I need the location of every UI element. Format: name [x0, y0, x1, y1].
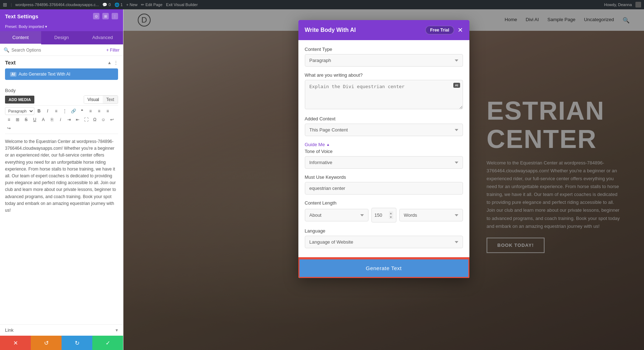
strikethrough-button[interactable]: S	[22, 116, 30, 124]
sidebar: Text Settings ⊙ ⊞ ⋮ Preset: Body importe…	[0, 9, 123, 350]
writing-about-group: What are you writing about? AI	[305, 72, 463, 110]
tab-advanced[interactable]: Advanced	[82, 31, 123, 44]
bold-button[interactable]: B	[35, 107, 43, 115]
align-center-button[interactable]: ≡	[95, 107, 103, 115]
filter-button[interactable]: + Filter	[106, 48, 119, 53]
redo-fmt-button[interactable]: ↪	[5, 124, 13, 132]
settings-icon[interactable]: ⋮	[114, 60, 118, 65]
blockquote-button[interactable]: ❝	[78, 107, 86, 115]
unordered-list-button[interactable]: ≡	[52, 107, 60, 115]
body-label: Body	[5, 88, 118, 93]
increment-button[interactable]: ▲	[389, 211, 393, 215]
link-section-arrow: ▾	[116, 327, 118, 333]
website-area: D Home Divi AI Sample Page Uncategorized…	[123, 9, 644, 350]
decrement-button[interactable]: ▼	[389, 215, 393, 219]
ai-corner-badge: AI	[453, 83, 460, 88]
body-toolbar-row: ADD MEDIA Visual Text	[5, 95, 118, 104]
content-length-value: 150	[375, 212, 382, 218]
language-select[interactable]: Language of Website	[305, 236, 463, 248]
modal-body: Content Type Paragraph What are you writ…	[298, 40, 469, 257]
redo-button[interactable]: ↻	[62, 336, 92, 350]
modal-close-button[interactable]: ✕	[458, 27, 463, 33]
language-label: Language	[305, 228, 463, 234]
grid-icon[interactable]: ⊞	[102, 13, 109, 19]
site-url[interactable]: wordpress-784896-3766464.cloudwaysapps.c…	[15, 3, 99, 7]
indent-button[interactable]: ⇥	[65, 116, 73, 124]
sidebar-search: 🔍 + Filter	[0, 44, 123, 56]
content-length-row: About 150 ▲ ▼ Words	[305, 208, 463, 222]
underline-button[interactable]: U	[31, 116, 39, 124]
modal-footer: Generate Text	[298, 257, 469, 278]
tab-text[interactable]: Text	[103, 96, 118, 104]
comment-bubble[interactable]: 💬 0	[102, 3, 111, 7]
guide-me-link[interactable]: Guide Me ▲	[305, 142, 463, 147]
paragraph-select[interactable]: Paragraph	[5, 107, 34, 115]
content-type-group: Content Type Paragraph	[305, 47, 463, 67]
color-button[interactable]: A	[39, 116, 47, 124]
keywords-input[interactable]	[305, 182, 463, 195]
generate-text-button[interactable]: Generate Text	[299, 259, 468, 277]
collapse-icon[interactable]: ▲	[107, 60, 112, 65]
added-context-group: Added Context This Page Content	[305, 116, 463, 136]
content-length-group: Content Length About 150 ▲ ▼	[305, 200, 463, 222]
bottom-action-bar: ✕ ↺ ↻ ✓	[0, 336, 123, 350]
content-length-label: Content Length	[305, 200, 463, 206]
content-length-words-select[interactable]: Words	[399, 209, 463, 221]
auto-generate-label: Auto Generate Text With AI	[19, 72, 70, 77]
special-chars-button[interactable]: Ω	[91, 116, 99, 124]
sidebar-tabs: Content Design Advanced	[0, 31, 123, 44]
formatting-bar: Paragraph B I ≡ ⋮ 🔗 ❝ ≡ ≡ ≡ ≡ ⊞ S U A ⎘ …	[5, 105, 118, 134]
generate-wrapper: Generate Text	[298, 258, 469, 278]
search-input[interactable]	[11, 48, 104, 53]
user-avatar	[635, 2, 641, 8]
more-icon[interactable]: ⋮	[112, 13, 118, 19]
link-section[interactable]: Link ▾	[0, 325, 123, 336]
visual-text-tabs: Visual Text	[84, 95, 118, 104]
copy-button[interactable]: ⎘	[48, 116, 56, 124]
text-section: Text ▲ ⋮ AI Auto Generate Text With AI	[0, 56, 123, 86]
free-trial-badge[interactable]: Free Trial	[425, 26, 454, 34]
tone-of-voice-select[interactable]: Informative	[305, 156, 463, 169]
tab-design[interactable]: Design	[41, 31, 82, 44]
writing-about-textarea[interactable]	[305, 80, 463, 109]
added-context-select[interactable]: This Page Content	[305, 124, 463, 136]
sidebar-preset[interactable]: Preset: Body imported ▾	[0, 23, 123, 31]
ordered-list-button[interactable]: ⋮	[61, 107, 69, 115]
outdent-button[interactable]: ⇤	[74, 116, 82, 124]
undo-fmt-button[interactable]: ↩	[108, 116, 116, 124]
italic-button[interactable]: I	[44, 107, 52, 115]
writing-about-label: What are you writing about?	[305, 72, 463, 78]
content-length-number: 150 ▲ ▼	[371, 208, 396, 222]
new-link[interactable]: + New	[126, 3, 138, 7]
language-group: Language Language of Website	[305, 228, 463, 248]
sidebar-title: Text Settings	[5, 13, 38, 19]
emoji-button[interactable]: ☺	[99, 116, 107, 124]
textarea-wrapper: AI	[305, 80, 463, 110]
guide-me-arrow-icon: ▲	[326, 143, 330, 147]
modal-header: Write Body With AI Free Trial ✕	[298, 20, 469, 40]
undo-button[interactable]: ↺	[31, 336, 62, 350]
admin-bar-separator: |	[11, 3, 12, 7]
modal-header-right: Free Trial ✕	[425, 26, 463, 34]
save-button[interactable]: ✓	[92, 336, 123, 350]
content-type-select[interactable]: Paragraph	[305, 54, 463, 67]
align-right-button[interactable]: ≡	[104, 107, 112, 115]
modal-title: Write Body With AI	[305, 27, 356, 33]
table-button[interactable]: ⊞	[14, 116, 21, 124]
howdy-text: Howdy, Deanna	[604, 3, 632, 7]
search-icon: 🔍	[4, 47, 9, 53]
align-justify-button[interactable]: ≡	[5, 116, 13, 124]
view-icon[interactable]: ⊙	[93, 13, 99, 19]
edit-page-link[interactable]: ✏ Edit Page	[141, 3, 162, 7]
tab-content[interactable]: Content	[0, 31, 41, 44]
align-left-button[interactable]: ≡	[87, 107, 94, 115]
italic2-button[interactable]: i	[57, 116, 64, 124]
fullscreen-button[interactable]: ⛶	[82, 116, 90, 124]
link-button[interactable]: 🔗	[69, 107, 77, 115]
tab-visual[interactable]: Visual	[84, 96, 103, 104]
add-media-button[interactable]: ADD MEDIA	[5, 96, 34, 104]
close-button[interactable]: ✕	[0, 336, 31, 350]
content-length-about-select[interactable]: About	[305, 209, 369, 221]
exit-builder-link[interactable]: Exit Visual Builder	[166, 3, 197, 7]
auto-generate-button[interactable]: AI Auto Generate Text With AI	[5, 68, 118, 80]
